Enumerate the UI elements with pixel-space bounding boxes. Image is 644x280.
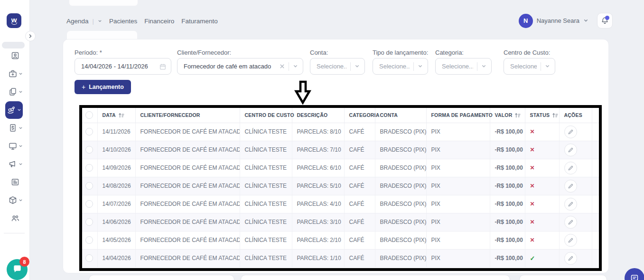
nav-item-agenda[interactable]: Agenda| bbox=[66, 18, 102, 25]
edit-button[interactable] bbox=[564, 216, 577, 229]
sort-icon[interactable] bbox=[552, 113, 558, 118]
select-all-checkbox[interactable] bbox=[85, 111, 93, 119]
sidebar-item-megaphone[interactable] bbox=[3, 155, 28, 173]
row-checkbox[interactable] bbox=[85, 182, 93, 190]
row-checkbox[interactable] bbox=[85, 146, 93, 154]
cell-pagamento: PIX bbox=[426, 159, 490, 177]
nav-item-label: Agenda bbox=[66, 18, 89, 25]
row-select-cell bbox=[82, 177, 97, 195]
row-checkbox[interactable] bbox=[85, 254, 93, 262]
app-logo[interactable]: w bbox=[7, 13, 21, 28]
edit-button[interactable] bbox=[564, 234, 577, 247]
chevron-down-icon[interactable] bbox=[98, 19, 102, 23]
row-select-cell bbox=[82, 159, 97, 177]
chevron-down-icon[interactable] bbox=[293, 64, 298, 69]
filler-cell bbox=[592, 231, 599, 249]
select-divider bbox=[413, 62, 414, 71]
cell-conta: BRADESCO (PIX) bbox=[375, 213, 426, 231]
annotation-arrow bbox=[294, 80, 312, 107]
cliente-fornecedor-select[interactable]: Fornecedor de café em atacado bbox=[177, 58, 303, 75]
categoria-select[interactable]: Selecione... bbox=[435, 58, 492, 75]
conta-select[interactable]: Selecione... bbox=[310, 58, 365, 75]
calendar-icon bbox=[159, 63, 166, 70]
row-select-cell bbox=[82, 141, 97, 159]
cell-data: 14/08/2026 bbox=[97, 177, 135, 195]
top-tab-fragment bbox=[69, 0, 138, 6]
cell-valor: -R$ 100,00 bbox=[490, 123, 525, 141]
chevron-down-icon[interactable] bbox=[545, 64, 550, 69]
periodo-value: 14/04/2026 - 14/11/2026 bbox=[81, 63, 159, 70]
cell-conta: BRADESCO (PIX) bbox=[375, 231, 426, 249]
row-checkbox[interactable] bbox=[85, 218, 93, 226]
sidebar: w 8 bbox=[0, 0, 30, 280]
row-checkbox[interactable] bbox=[85, 128, 93, 135]
cell-valor: -R$ 100,00 bbox=[490, 213, 525, 231]
select-divider bbox=[477, 62, 477, 71]
cell-status: ✕ bbox=[525, 231, 559, 249]
sidebar-item-invoice[interactable] bbox=[3, 119, 28, 137]
edit-button[interactable] bbox=[564, 198, 577, 211]
sidebar-item-copy[interactable] bbox=[3, 83, 28, 101]
chevron-down-icon[interactable] bbox=[418, 64, 423, 69]
edit-button[interactable] bbox=[564, 126, 577, 138]
nav-item-financeiro[interactable]: Financeiro bbox=[144, 18, 174, 25]
sidebar-expand-button[interactable] bbox=[25, 31, 36, 41]
select-divider bbox=[541, 62, 541, 71]
user-menu[interactable]: N Nayanne Seara bbox=[519, 13, 613, 29]
plus-icon: + bbox=[82, 83, 85, 91]
sidebar-item-package[interactable] bbox=[3, 191, 28, 209]
cell-acoes bbox=[559, 159, 592, 177]
sort-icon[interactable] bbox=[514, 113, 521, 118]
id-card-icon bbox=[10, 51, 20, 60]
sort-icon[interactable] bbox=[118, 113, 124, 118]
status-paid-icon: ✓ bbox=[530, 255, 535, 262]
cell-valor: -R$ 100,00 bbox=[490, 231, 525, 249]
sidebar-item-users[interactable] bbox=[3, 209, 28, 227]
cell-centro: CLÍNICA TESTE bbox=[240, 195, 292, 213]
sidebar-item-newspaper[interactable] bbox=[3, 173, 28, 191]
centro-custo-label: Centro de Custo: bbox=[504, 49, 550, 56]
edit-button[interactable] bbox=[564, 144, 577, 156]
cell-categoria: CAFÉ bbox=[344, 249, 375, 267]
sidebar-item-monitor[interactable] bbox=[3, 137, 28, 155]
edit-button[interactable] bbox=[564, 162, 577, 174]
cell-status: ✕ bbox=[525, 159, 559, 177]
sidebar-item-briefcase[interactable] bbox=[3, 65, 28, 83]
clear-icon[interactable] bbox=[280, 64, 285, 69]
centro-custo-select[interactable]: Selecione... bbox=[504, 58, 555, 75]
nav-item-label: Financeiro bbox=[144, 18, 174, 25]
cell-status: ✓ bbox=[525, 249, 559, 267]
user-name: Nayanne Seara bbox=[537, 17, 579, 24]
nav-item-faturamento[interactable]: Faturamento bbox=[181, 18, 218, 25]
table-row: 14/05/2026FORNECEDOR DE CAFÉ EM ATACADOC… bbox=[82, 231, 599, 249]
money-hand-icon bbox=[7, 106, 16, 115]
summary-card bbox=[241, 275, 510, 280]
row-checkbox[interactable] bbox=[85, 200, 93, 208]
conta-placeholder: Selecione... bbox=[317, 63, 346, 70]
help-chat-button[interactable] bbox=[625, 268, 644, 280]
chevron-down-icon[interactable] bbox=[355, 64, 360, 69]
cell-data: 14/09/2026 bbox=[97, 159, 135, 177]
sidebar-item-id-card[interactable] bbox=[3, 47, 28, 65]
row-checkbox[interactable] bbox=[85, 164, 93, 172]
notifications-button[interactable] bbox=[597, 13, 613, 29]
nav-item-pacientes[interactable]: Pacientes bbox=[109, 18, 137, 25]
edit-button[interactable] bbox=[564, 252, 577, 265]
chevron-down-icon[interactable] bbox=[481, 64, 486, 69]
cell-descricao: PARCELAS: 5/10 bbox=[292, 177, 344, 195]
new-lancamento-button[interactable]: + Lançamento bbox=[75, 80, 131, 94]
edit-button[interactable] bbox=[564, 180, 577, 193]
filler-cell bbox=[592, 177, 599, 195]
cell-categoria: CAFÉ bbox=[344, 213, 375, 231]
cell-conta: BRADESCO (PIX) bbox=[375, 177, 426, 195]
sidebar-item-money-hand[interactable] bbox=[5, 101, 23, 119]
categoria-label: Categoria: bbox=[435, 49, 464, 56]
column-header-descri-o: DESCRIÇÃO bbox=[292, 108, 344, 123]
tipo-lancamento-select[interactable]: Selecione... bbox=[373, 58, 428, 75]
cell-data: 14/04/2026 bbox=[97, 249, 135, 267]
status-unpaid-icon: ✕ bbox=[530, 237, 535, 243]
filler-column-header bbox=[592, 108, 599, 123]
periodo-date-range-input[interactable]: 14/04/2026 - 14/11/2026 bbox=[75, 58, 171, 75]
main-nav: Agenda|PacientesFinanceiroFaturamento bbox=[66, 16, 218, 26]
row-checkbox[interactable] bbox=[85, 236, 93, 244]
